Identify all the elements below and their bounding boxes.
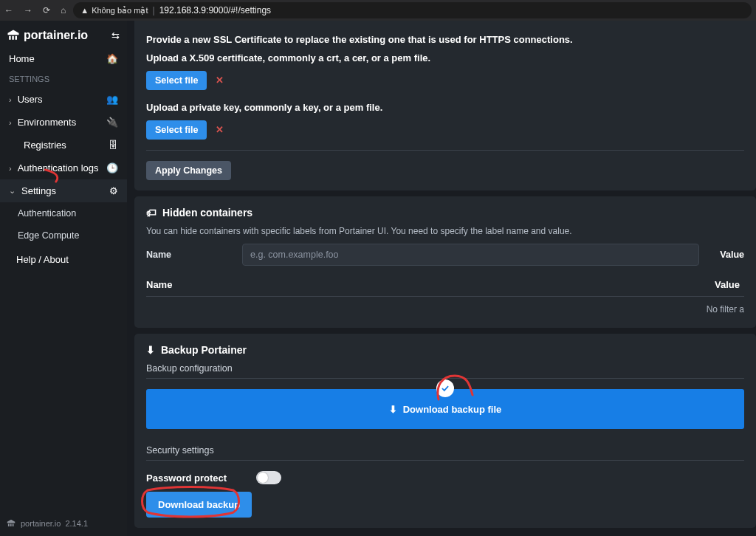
history-icon: 🕒 (106, 162, 118, 173)
registries-label: Registries (24, 140, 66, 151)
auth-logs-label: Authentication logs (18, 162, 99, 173)
footer-brand: portainer.io (21, 519, 61, 528)
sidebar-item-home[interactable]: Home 🏠 (0, 47, 127, 70)
ssl-panel: Provide a new SSL Certificate to replace… (134, 21, 756, 190)
reload-icon[interactable]: ⟳ (43, 5, 50, 16)
hidden-containers-panel: 🏷 Hidden containers You can hide contain… (134, 196, 756, 328)
hidden-desc: You can hide containers with specific la… (146, 226, 744, 236)
download-backup-button[interactable]: Download backup (146, 492, 252, 518)
ssl-note-2: Upload a X.509 certificate, commonly a c… (146, 52, 744, 63)
backup-title: Backup Portainer (161, 344, 247, 356)
download-bar-dl-icon: ⬇ (389, 404, 397, 415)
name-label: Name (146, 250, 235, 260)
plug-icon: 🔌 (106, 117, 118, 128)
sidebar: portainer.io ⇆ Home 🏠 SETTINGS ›Users 👥 … (0, 21, 127, 536)
chevron-right-icon: › (9, 164, 12, 173)
apply-changes-button[interactable]: Apply Changes (146, 161, 231, 180)
sidebar-item-environments[interactable]: ›Environments 🔌 (0, 111, 127, 134)
check-badge-icon (436, 379, 454, 397)
no-filter-text: No filter a (146, 297, 744, 317)
browser-chrome: ← → ⟳ ⌂ ▲ Không bảo mật | 192.168.3.9:90… (0, 0, 756, 21)
sidebar-section-settings: SETTINGS (0, 70, 127, 88)
hidden-table-header: Name Value (146, 273, 744, 297)
ssl-note-1: Provide a new SSL Certificate to replace… (146, 34, 744, 45)
environments-label: Environments (18, 117, 76, 128)
sidebar-item-help[interactable]: Help / About (0, 248, 127, 271)
sidebar-footer: portainer.io 2.14.1 (0, 511, 127, 536)
chevron-down-icon: ⌄ (9, 186, 16, 196)
logo-text: portainer.io (24, 29, 88, 42)
collapse-icon[interactable]: ⇆ (111, 30, 120, 41)
footer-version: 2.14.1 (65, 519, 88, 528)
security-settings-head: Security settings (146, 445, 744, 461)
sidebar-sub-edge-compute[interactable]: Edge Compute (0, 224, 127, 247)
hidden-title: Hidden containers (162, 207, 252, 219)
download-backup-bar[interactable]: ⬇ Download backup file (146, 389, 744, 429)
database-icon: 🗄 (109, 140, 118, 151)
select-cert-button[interactable]: Select file (146, 71, 207, 90)
ssl-note-3: Upload a private key, commonly a key, or… (146, 102, 744, 113)
select-key-button[interactable]: Select file (146, 120, 207, 140)
users-label: Users (18, 94, 43, 105)
help-label: Help / About (16, 254, 69, 265)
col-value: Value (560, 279, 744, 290)
gear-icon: ⚙ (109, 185, 118, 196)
chevron-right-icon: › (9, 95, 12, 104)
url-path: :9000/#!/settings (206, 5, 271, 16)
settings-label: Settings (21, 185, 56, 196)
sidebar-item-registries[interactable]: Registries 🗄 (0, 134, 127, 157)
sidebar-item-auth-logs[interactable]: ›Authentication logs 🕒 (0, 157, 127, 179)
password-protect-label: Password protect (146, 473, 227, 484)
col-name: Name (146, 279, 560, 290)
app-logo[interactable]: portainer.io (6, 28, 88, 43)
backup-config-head: Backup configuration (146, 363, 744, 379)
clear-cert-icon[interactable]: ✕ (216, 75, 224, 86)
sidebar-item-users[interactable]: ›Users 👥 (0, 88, 127, 111)
sidebar-item-settings[interactable]: ⌄Settings ⚙ (0, 179, 127, 202)
security-text: Không bảo mật (92, 6, 148, 16)
name-input[interactable] (242, 244, 699, 266)
users-icon: 👥 (106, 94, 118, 105)
home-nav-icon[interactable]: ⌂ (61, 5, 66, 16)
tag-icon: 🏷 (146, 207, 157, 219)
url-bar[interactable]: ▲ Không bảo mật | 192.168.3.9:9000/#!/se… (73, 2, 752, 18)
home-label: Home (9, 53, 35, 64)
warning-icon: ▲ (80, 6, 89, 15)
backup-panel: ⬇ Backup Portainer Backup configuration … (134, 334, 756, 528)
main-content: Provide a new SSL Certificate to replace… (127, 21, 756, 536)
value-label: Value (720, 250, 744, 260)
clear-key-icon[interactable]: ✕ (216, 124, 224, 135)
url-host: 192.168.3.9 (159, 5, 206, 16)
home-icon: 🏠 (106, 53, 118, 64)
chevron-right-icon: › (9, 118, 12, 127)
sidebar-sub-authentication[interactable]: Authentication (0, 202, 127, 224)
back-icon[interactable]: ← (4, 5, 13, 16)
password-protect-toggle[interactable] (256, 471, 281, 484)
download-icon: ⬇ (146, 344, 155, 356)
download-bar-label: Download backup file (403, 404, 502, 415)
forward-icon[interactable]: → (24, 5, 32, 16)
